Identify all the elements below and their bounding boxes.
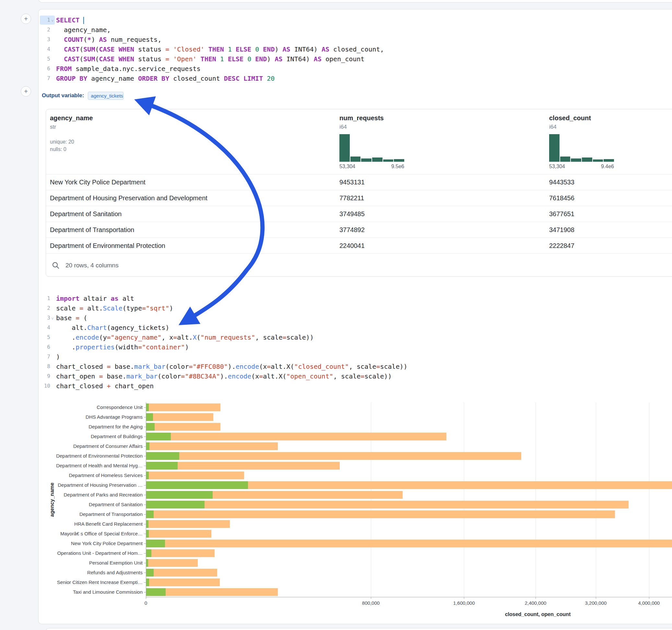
- code-line: 1import altair as alt: [40, 294, 672, 303]
- line-number[interactable]: 3: [40, 35, 50, 44]
- line-number[interactable]: 7: [40, 352, 50, 362]
- line-number[interactable]: 3: [40, 313, 50, 323]
- bar-chart: closed_count, open_count agency_name 080…: [39, 399, 672, 624]
- table-cell: Department of Environmental Protection: [50, 238, 165, 253]
- code-token: (x: [259, 363, 267, 370]
- line-number-gutter[interactable]: 10: [40, 382, 55, 390]
- table-cell: 7782211: [339, 190, 364, 206]
- output-variable-chip[interactable]: agency_tickets: [88, 92, 123, 100]
- open-count-bar: [146, 588, 166, 596]
- code-token: (: [83, 35, 87, 43]
- code-token: "closed_count": [294, 363, 349, 370]
- category-label: Correspondence Unit: [39, 405, 143, 410]
- line-number[interactable]: 4: [40, 44, 50, 54]
- line-number[interactable]: 2: [40, 25, 50, 35]
- code-text: COUNT(*) AS num_requests,: [55, 35, 162, 44]
- code-token: =: [376, 363, 380, 370]
- gridline: [464, 403, 464, 597]
- x-axis-title: closed_count, open_count: [440, 611, 635, 617]
- closed-count-bar: [146, 404, 220, 411]
- code-token: closed_count,: [329, 45, 384, 53]
- code-token: [169, 55, 173, 63]
- line-number[interactable]: 1: [40, 15, 50, 25]
- code-token: ).: [228, 363, 236, 370]
- fold-spacer: [50, 327, 55, 328]
- open-count-bar: [146, 413, 153, 421]
- code-token: INT64): [290, 45, 321, 53]
- line-number-gutter[interactable]: 5: [40, 333, 55, 342]
- line-number[interactable]: 7: [40, 74, 50, 83]
- code-line: 9chart_open = base.mark_bar(color="#8BC3…: [40, 371, 672, 381]
- code-token: alt.X(: [271, 363, 294, 370]
- add-cell-button-top[interactable]: +: [21, 14, 31, 24]
- code-token: "num_requests": [201, 334, 256, 341]
- line-number[interactable]: 4: [40, 323, 50, 333]
- code-token: import: [56, 295, 79, 302]
- closed-count-bar: [146, 413, 213, 421]
- x-tick-label: 1,600,000: [438, 600, 490, 606]
- code-token: WHEN: [119, 45, 134, 53]
- column-header-agency-name[interactable]: agency_name str unique: 20 nulls: 0: [50, 114, 93, 153]
- sql-cell[interactable]: 1˅SELECT 2 agency_name,3 COUNT(*) AS num…: [40, 15, 672, 83]
- y-tick-mark: [144, 553, 146, 554]
- line-number[interactable]: 1: [40, 294, 50, 303]
- code-token: , scale: [255, 334, 282, 341]
- line-number-gutter[interactable]: 3˅: [40, 313, 55, 322]
- column-histogram: [339, 134, 404, 162]
- line-number[interactable]: 9: [40, 371, 50, 381]
- table-row[interactable]: Department of Sanitation37494853677651: [46, 206, 672, 222]
- y-tick-mark: [144, 505, 146, 505]
- line-number[interactable]: 6: [40, 342, 50, 352]
- closed-count-bar: [146, 433, 447, 440]
- line-number-gutter[interactable]: 1˅: [40, 16, 55, 25]
- column-header-num-requests[interactable]: num_requests i64 53,304 9.5e6: [339, 114, 404, 169]
- table-row[interactable]: Department of Housing Preservation and D…: [46, 190, 672, 206]
- fold-chevron-icon[interactable]: ˅: [50, 312, 55, 323]
- y-tick-mark: [144, 543, 146, 544]
- line-number-gutter[interactable]: 6: [40, 343, 55, 352]
- line-number[interactable]: 5: [40, 54, 50, 64]
- line-number[interactable]: 10: [40, 381, 50, 391]
- line-number-gutter[interactable]: 2: [40, 304, 55, 313]
- line-number-gutter[interactable]: 8: [40, 362, 55, 371]
- table-row[interactable]: New York City Police Department945313194…: [46, 174, 672, 190]
- search-icon[interactable]: [52, 262, 59, 269]
- column-header-closed-count[interactable]: closed_count i64 53,304 9.4e6: [549, 114, 614, 169]
- python-cell[interactable]: 1import altair as alt2scale = alt.Scale(…: [40, 294, 672, 391]
- histogram-range: 53,304 9.4e6: [549, 164, 614, 169]
- gridline: [535, 403, 536, 597]
- line-number-gutter[interactable]: 5: [40, 54, 55, 64]
- table-row[interactable]: Department of Transportation377489234719…: [46, 222, 672, 238]
- fold-chevron-icon[interactable]: ˅: [50, 15, 55, 26]
- line-number-gutter[interactable]: 9: [40, 372, 55, 381]
- line-number[interactable]: 2: [40, 303, 50, 313]
- line-number-gutter[interactable]: 1: [40, 294, 55, 303]
- line-number-gutter[interactable]: 4: [40, 45, 55, 54]
- code-token: [243, 55, 247, 63]
- code-token: =: [259, 372, 263, 380]
- code-token: 0: [255, 45, 259, 53]
- line-number[interactable]: 8: [40, 362, 50, 371]
- line-number-gutter[interactable]: 7: [40, 352, 55, 361]
- closed-count-bar: [146, 442, 278, 450]
- code-token: END: [255, 55, 267, 63]
- code-token: (type: [123, 304, 142, 312]
- line-number-gutter[interactable]: 2: [40, 25, 55, 34]
- add-cell-button-middle[interactable]: +: [21, 86, 31, 97]
- line-number[interactable]: 6: [40, 64, 50, 74]
- line-number[interactable]: 5: [40, 333, 50, 342]
- code-token: THEN: [209, 45, 224, 53]
- open-count-bar: [146, 404, 149, 411]
- fold-spacer: [50, 337, 55, 338]
- line-number-gutter[interactable]: 6: [40, 64, 55, 73]
- code-token: ): [267, 55, 274, 63]
- line-number-gutter[interactable]: 3: [40, 35, 55, 44]
- line-number-gutter[interactable]: 7: [40, 74, 55, 83]
- table-footer: 20 rows, 4 columns: [46, 253, 672, 277]
- line-number-gutter[interactable]: 4: [40, 323, 55, 332]
- code-text: .properties(width="container"): [55, 342, 189, 352]
- y-tick-mark: [144, 524, 146, 524]
- table-row[interactable]: Department of Environmental Protection22…: [46, 238, 672, 253]
- category-label: DHS Advantage Programs: [39, 414, 143, 420]
- code-token: mark_bar: [134, 363, 165, 370]
